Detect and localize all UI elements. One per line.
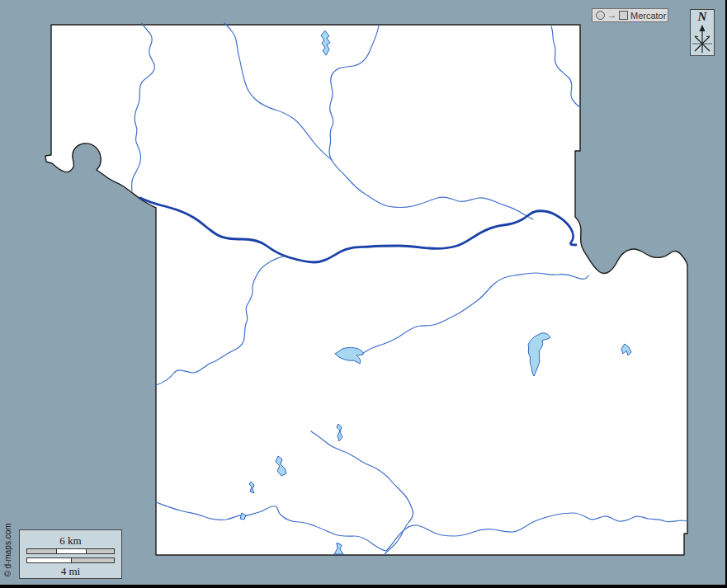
scale-segment <box>86 549 114 553</box>
square-icon <box>619 11 628 20</box>
scale-bar: 6 km 4 mi <box>19 529 122 579</box>
scale-segment <box>27 549 56 553</box>
copyright-text: © d-maps.com <box>3 523 12 576</box>
arrow-right-icon: → <box>607 11 616 20</box>
circle-icon <box>596 11 605 20</box>
scale-segment <box>71 558 114 562</box>
scale-mi-bar <box>26 557 115 563</box>
map-canvas <box>0 0 727 588</box>
projection-badge[interactable]: → Mercator <box>592 8 668 22</box>
scale-km-bar <box>26 548 115 554</box>
scale-segment <box>27 558 71 562</box>
compass-star-icon <box>691 24 714 55</box>
north-label: N <box>691 10 714 24</box>
scale-mi-label: 4 mi <box>20 565 121 577</box>
projection-label: Mercator <box>630 11 666 21</box>
scale-segment <box>56 549 86 553</box>
county-outline <box>45 25 687 555</box>
compass-rose: N <box>690 9 715 56</box>
frame-edge-bottom <box>0 585 727 588</box>
scale-km-label: 6 km <box>20 534 121 547</box>
